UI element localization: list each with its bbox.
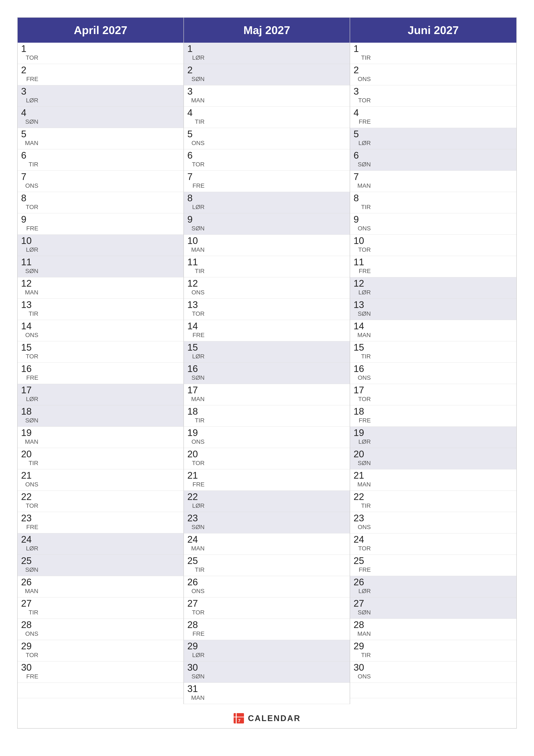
day-number: 8: [187, 193, 205, 203]
day-row: 12MAN: [18, 277, 184, 299]
day-info: 7FRE: [187, 172, 205, 191]
juni-column: 1TIR2ONS3TOR4FRE5LØR6SØN7MAN8TIR9ONS10TO…: [350, 43, 516, 704]
day-name: MAN: [191, 246, 205, 253]
day-info: 23SØN: [187, 513, 205, 532]
day-number: 3: [187, 87, 205, 96]
day-number: 13: [187, 300, 205, 310]
day-name: FRE: [192, 182, 205, 189]
day-row: 20SØN: [350, 448, 516, 470]
day-name: FRE: [359, 268, 371, 275]
day-info: 8LØR: [187, 193, 205, 212]
day-info: 28FRE: [187, 620, 205, 638]
day-row: 13SØN: [350, 299, 516, 320]
day-name: MAN: [191, 97, 205, 104]
day-info: 20TOR: [187, 449, 205, 468]
day-name: TOR: [26, 204, 38, 210]
day-row: 29LØR: [184, 640, 350, 662]
footer-logo-text: CALENDAR: [248, 714, 301, 723]
day-number: 29: [354, 641, 371, 651]
day-row: 15TIR: [350, 341, 516, 363]
day-number: 2: [21, 65, 38, 75]
day-number: 6: [187, 150, 205, 160]
day-name: FRE: [26, 524, 38, 530]
day-name: SØN: [358, 609, 371, 616]
day-row: 4TIR: [184, 107, 350, 128]
day-number: 2: [187, 65, 205, 75]
day-row: 1LØR: [184, 43, 350, 64]
maj-header: Maj 2027: [184, 18, 350, 43]
day-info: 23FRE: [21, 513, 38, 532]
day-number: 5: [354, 129, 371, 139]
day-name: ONS: [25, 332, 38, 338]
day-info: 31MAN: [187, 684, 205, 703]
day-info: 19ONS: [187, 428, 205, 446]
day-info: 26ONS: [187, 577, 205, 596]
day-info: 28ONS: [21, 620, 38, 638]
day-number: 21: [187, 471, 205, 480]
day-name: FRE: [26, 76, 38, 83]
day-name: TIR: [361, 204, 371, 210]
day-name: ONS: [25, 630, 38, 637]
day-name: TIR: [195, 268, 205, 275]
april-header: April 2027: [18, 18, 184, 43]
day-row: 7MAN: [350, 171, 516, 192]
day-info: 4TIR: [187, 108, 205, 126]
day-info: 22TOR: [21, 492, 38, 511]
day-row: 12LØR: [350, 277, 516, 299]
day-number: 22: [21, 492, 38, 501]
day-row: 1TOR: [18, 43, 184, 64]
day-row: 11FRE: [350, 256, 516, 277]
day-name: ONS: [191, 289, 205, 296]
day-number: 10: [187, 236, 205, 245]
day-name: LØR: [192, 502, 205, 509]
day-name: TIR: [195, 417, 205, 424]
day-name: ONS: [358, 524, 371, 530]
day-name: TOR: [192, 161, 205, 168]
day-name: MAN: [25, 289, 38, 296]
day-row: 22TOR: [18, 491, 184, 512]
day-info: 5LØR: [354, 129, 371, 148]
day-number: 7: [187, 172, 205, 181]
day-row: 30ONS: [350, 662, 516, 683]
day-row: 21FRE: [184, 470, 350, 491]
day-row: 29TOR: [18, 640, 184, 662]
day-name: TIR: [361, 652, 371, 659]
day-info: 2SØN: [187, 65, 205, 84]
day-row: 5LØR: [350, 128, 516, 149]
day-info: 23ONS: [354, 513, 371, 532]
calendar-container: April 2027 Maj 2027 Juni 2027 1TOR2FRE3L…: [17, 17, 517, 729]
day-name: LØR: [192, 204, 205, 210]
day-info: 24LØR: [21, 535, 38, 553]
day-row: 6SØN: [350, 149, 516, 171]
day-name: ONS: [25, 182, 38, 189]
day-row: 30FRE: [18, 662, 184, 683]
day-number: 21: [21, 471, 38, 480]
day-info: 16FRE: [21, 364, 38, 383]
day-name: TIR: [29, 460, 38, 467]
day-name: MAN: [357, 630, 371, 637]
day-name: TOR: [26, 54, 38, 61]
day-info: 7ONS: [21, 172, 38, 191]
day-number: 21: [354, 471, 371, 480]
day-name: TIR: [361, 502, 371, 509]
day-name: LØR: [358, 140, 371, 147]
day-info: 19LØR: [354, 428, 371, 446]
day-name: FRE: [359, 566, 371, 573]
day-number: 20: [354, 449, 371, 459]
day-name: MAN: [25, 140, 38, 147]
day-name: FRE: [26, 673, 38, 680]
day-info: 6TIR: [21, 150, 38, 169]
day-row: 27SØN: [350, 597, 516, 619]
day-row: 21ONS: [18, 470, 184, 491]
day-name: FRE: [26, 225, 38, 232]
day-row: 26ONS: [184, 576, 350, 597]
day-name: MAN: [357, 332, 371, 338]
day-row: 8TIR: [350, 192, 516, 213]
day-name: TIR: [361, 54, 371, 61]
day-info: 13TIR: [21, 300, 38, 318]
day-number: 16: [354, 364, 371, 373]
day-number: 11: [21, 257, 38, 267]
day-info: 18FRE: [354, 407, 371, 425]
day-info: 12ONS: [187, 279, 205, 297]
day-row: 17MAN: [184, 384, 350, 405]
